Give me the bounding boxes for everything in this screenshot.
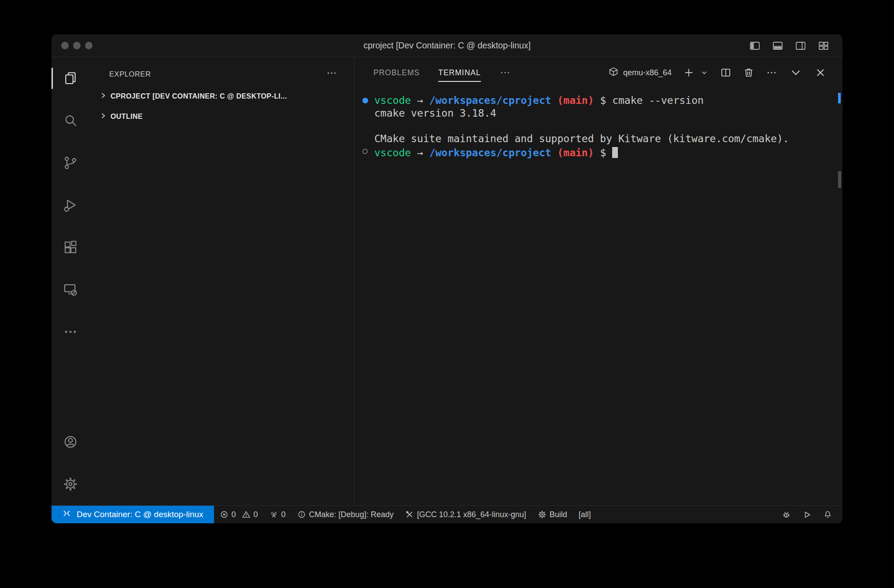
terminal-output-line: CMake suite maintained and supported by … — [374, 132, 825, 145]
terminal-blank-line — [374, 120, 825, 132]
build-target-item[interactable]: [all] — [573, 506, 597, 523]
settings-icon — [63, 477, 78, 492]
kit-status-item[interactable]: [GCC 10.2.1 x86_64-linux-gnu] — [399, 506, 532, 523]
search-icon — [63, 113, 78, 128]
error-count: 0 — [232, 510, 236, 519]
command-pending-decoration-icon[interactable] — [362, 149, 368, 154]
warning-count: 0 — [254, 510, 258, 519]
activity-bar — [52, 57, 89, 505]
prompt-git-branch: (main) — [557, 95, 594, 106]
bottom-panel: PROBLEMS TERMINAL qemu-x86_64 — [355, 57, 842, 505]
main-area: EXPLORER CPROJECT [DEV CONTAINER: C @ DE… — [52, 57, 842, 505]
activity-remote-explorer-button[interactable] — [52, 268, 89, 311]
source-control-icon — [63, 155, 78, 170]
customize-layout-icon[interactable] — [818, 40, 829, 51]
chevron-right-icon — [99, 92, 107, 101]
terminal-command-line: vscode → /workspaces/cproject (main) $ c… — [374, 94, 825, 107]
terminal-command: cmake --version — [612, 95, 704, 106]
account-icon — [63, 434, 78, 449]
ports-icon — [270, 510, 278, 519]
sidebar-section-cproject[interactable]: CPROJECT [DEV CONTAINER: C @ DESKTOP-LI.… — [89, 86, 354, 107]
new-terminal-dropdown-icon[interactable] — [701, 69, 708, 76]
run-debug-icon — [63, 198, 78, 213]
terminal-scrollbar-thumb[interactable] — [838, 171, 841, 188]
overview-ruler-decoration — [838, 93, 841, 103]
remote-icon — [62, 509, 71, 520]
error-icon — [220, 510, 229, 519]
titlebar: cproject [Dev Container: C @ desktop-lin… — [52, 34, 842, 57]
prompt-user: vscode — [374, 95, 411, 106]
build-status-item[interactable]: Build — [532, 506, 573, 523]
remote-explorer-icon — [63, 282, 78, 297]
section-label: OUTLINE — [111, 113, 143, 121]
close-panel-icon[interactable] — [814, 66, 827, 79]
notifications-item[interactable] — [817, 506, 838, 523]
terminal-output-line: cmake version 3.18.4 — [374, 107, 825, 120]
tab-terminal[interactable]: TERMINAL — [438, 57, 480, 85]
panel-tabs-more-button[interactable] — [499, 57, 511, 85]
sidebar-section-outline[interactable]: OUTLINE — [89, 107, 354, 127]
prompt-user: vscode — [374, 147, 411, 158]
debug-status-item[interactable] — [776, 506, 797, 523]
tab-label: TERMINAL — [438, 68, 480, 77]
run-status-item[interactable] — [797, 506, 817, 523]
debug-icon — [782, 510, 791, 519]
prompt-arrow-icon: → — [417, 95, 423, 106]
tab-problems[interactable]: PROBLEMS — [373, 57, 420, 85]
terminal-prompt-line: vscode → /workspaces/cproject (main) $ — [374, 145, 825, 158]
terminal-profile-icon — [608, 66, 619, 79]
ports-count: 0 — [281, 510, 286, 519]
terminal-profile-button[interactable]: qemu-x86_64 — [608, 66, 672, 79]
activity-search-button[interactable] — [52, 99, 89, 142]
section-label: CPROJECT [DEV CONTAINER: C @ DESKTOP-LI.… — [111, 92, 287, 100]
activity-account-button[interactable] — [52, 421, 89, 463]
toggle-panel-icon[interactable] — [772, 40, 783, 51]
activity-settings-button[interactable] — [52, 463, 89, 505]
terminal-profile-label: qemu-x86_64 — [623, 68, 672, 77]
problems-status-item[interactable]: 0 0 — [214, 506, 264, 523]
terminal-viewport[interactable]: vscode → /workspaces/cproject (main) $ c… — [355, 85, 842, 505]
run-icon — [802, 510, 812, 519]
build-icon — [538, 510, 547, 519]
ports-status-item[interactable]: 0 — [264, 506, 292, 523]
prompt-git-branch: (main) — [557, 147, 594, 158]
window-title: cproject [Dev Container: C @ desktop-lin… — [52, 40, 842, 51]
vscode-window: cproject [Dev Container: C @ desktop-lin… — [52, 34, 842, 523]
kit-icon — [405, 510, 414, 519]
activity-run-debug-button[interactable] — [52, 184, 89, 226]
info-icon — [297, 510, 306, 519]
warning-icon — [242, 510, 251, 519]
files-icon — [63, 71, 78, 86]
kill-terminal-icon[interactable] — [743, 67, 754, 78]
sidebar-title: EXPLORER — [109, 70, 151, 78]
build-target-label: [all] — [579, 510, 591, 519]
explorer-more-actions-button[interactable] — [326, 67, 337, 81]
hide-panel-icon[interactable] — [790, 66, 802, 79]
prompt-dollar: $ — [600, 147, 606, 158]
split-terminal-icon[interactable] — [720, 67, 731, 78]
remote-label: Dev Container: C @ desktop-linux — [77, 510, 203, 519]
command-success-decoration-icon[interactable] — [362, 98, 368, 103]
activity-more-button[interactable] — [52, 311, 89, 353]
extensions-icon — [63, 240, 78, 255]
terminal-cursor — [612, 147, 618, 158]
bell-icon — [823, 510, 832, 519]
more-icon — [63, 324, 78, 339]
toggle-primary-sidebar-icon[interactable] — [749, 40, 761, 51]
new-terminal-icon[interactable] — [683, 67, 695, 78]
toggle-secondary-sidebar-icon[interactable] — [795, 40, 806, 51]
prompt-cwd: /workspaces/cproject — [429, 147, 551, 158]
activity-source-control-button[interactable] — [52, 142, 89, 184]
cmake-status-item[interactable]: CMake: [Debug]: Ready — [292, 506, 399, 523]
activity-extensions-button[interactable] — [52, 226, 89, 268]
prompt-cwd: /workspaces/cproject — [429, 95, 551, 106]
panel-header: PROBLEMS TERMINAL qemu-x86_64 — [355, 57, 842, 85]
build-label: Build — [550, 510, 567, 519]
activity-explorer-button[interactable] — [52, 57, 89, 99]
kit-label: [GCC 10.2.1 x86_64-linux-gnu] — [417, 510, 526, 519]
remote-indicator[interactable]: Dev Container: C @ desktop-linux — [52, 506, 214, 523]
status-bar: Dev Container: C @ desktop-linux 0 0 0 C… — [52, 505, 842, 523]
explorer-sidebar: EXPLORER CPROJECT [DEV CONTAINER: C @ DE… — [89, 57, 355, 505]
terminal-more-actions-icon[interactable] — [766, 67, 777, 78]
prompt-dollar: $ — [600, 95, 606, 106]
